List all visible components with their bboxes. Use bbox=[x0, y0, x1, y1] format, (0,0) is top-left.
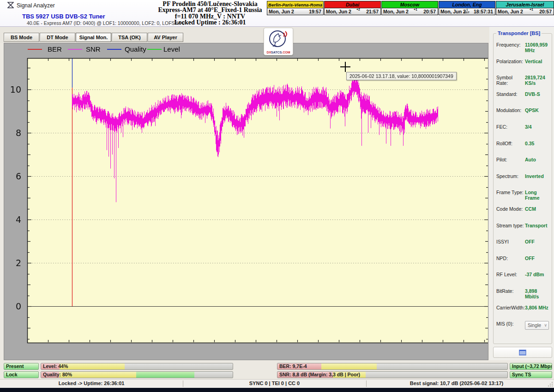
chevron-down-icon: ∨ bbox=[544, 321, 547, 329]
tp-value: Long Frame bbox=[525, 190, 549, 201]
tp-label: Stream type: bbox=[496, 223, 525, 228]
clock-time: 21:57 bbox=[366, 9, 379, 14]
clock-city-label: London, Eng bbox=[439, 1, 495, 8]
bar-segment-green bbox=[136, 372, 194, 378]
tp-value: 2819,724 KS/s bbox=[525, 75, 549, 86]
clock-date: Mon, Jun 2 bbox=[269, 9, 294, 14]
quality-line-swatch bbox=[107, 49, 121, 50]
tp-value: DVB-S bbox=[525, 91, 540, 97]
transponder-row: RF Level:-37 dBm bbox=[494, 272, 552, 288]
tab-bs-mode[interactable]: BS Mode bbox=[4, 33, 39, 42]
tp-value: QPSK bbox=[525, 107, 539, 113]
status-uptime: Locked -> Uptime: 26:36:01 bbox=[0, 380, 183, 386]
transponder-row: Symbol Rate:2819,724 KS/s bbox=[494, 75, 552, 91]
tp-label: Pilot: bbox=[496, 157, 525, 162]
tp-value: 3/4 bbox=[525, 124, 532, 130]
bottom-window-edge bbox=[0, 388, 554, 392]
transponder-row: Polarization:Vertical bbox=[494, 59, 552, 75]
transponder-row-mis: MIS (0):Single∨ bbox=[494, 321, 552, 338]
mis-dropdown[interactable]: Single∨ bbox=[525, 321, 549, 330]
app-icon bbox=[7, 2, 14, 8]
snr-progressbar: SNR: 8,8 dB (Margin: 3,3 dB | Poor) bbox=[277, 371, 508, 378]
chart-tooltip: 2025-06-02 13.17.18, value: 10,800000190… bbox=[346, 72, 457, 80]
tp-label: RollOff: bbox=[496, 141, 525, 146]
legend-snr-label: SNR bbox=[86, 45, 101, 53]
legend-level-label: Level bbox=[163, 45, 180, 53]
tp-label: FEC: bbox=[496, 124, 525, 130]
tp-value: OFF bbox=[525, 239, 535, 244]
snr-history-chart[interactable] bbox=[4, 43, 488, 360]
station-header: PF Prodelin 450/Lučenec-Slovakia Express… bbox=[143, 1, 277, 26]
transponder-row: Modulation:QPSK bbox=[494, 107, 552, 124]
clock-date: Mon, Jun 2 bbox=[498, 9, 523, 14]
tp-value: Auto bbox=[525, 157, 536, 162]
transponder-row: Spectrum:Inverted bbox=[494, 173, 552, 190]
level-line-swatch bbox=[147, 49, 162, 50]
bar-segment-yellow bbox=[60, 363, 125, 369]
tp-value: OFF bbox=[525, 255, 535, 261]
transponder-row: Frame Type:Long Frame bbox=[494, 190, 552, 206]
tp-label: Polarization: bbox=[496, 59, 525, 64]
tp-label: Frame Type: bbox=[496, 190, 525, 195]
transponder-groupbox: Transponder [BS] Frequency:11069,959 MHz… bbox=[493, 33, 552, 344]
ts-list-icon bbox=[519, 350, 526, 356]
clock-berlin: Berlin-Paris-Vienna-Roma Mon, Jun 2 19:5… bbox=[267, 1, 324, 15]
lock-indicator: Lock bbox=[4, 371, 39, 378]
clock-date: Mon, Jun 2 bbox=[440, 9, 466, 14]
level-progressbar: Level: 44% bbox=[41, 363, 233, 370]
tab-signal-mon[interactable]: Signal Mon. bbox=[76, 33, 111, 42]
tp-label: RF Level: bbox=[496, 272, 525, 277]
transponder-row: Code Mode:CCM bbox=[494, 206, 552, 223]
station-line-2: Express-AM7 at 40°E_Fixed-1 Russia bbox=[143, 7, 277, 13]
legend-ber-label: BER bbox=[48, 45, 62, 53]
clock-time: 18:57:31 bbox=[474, 9, 493, 14]
tp-label: MIS (0): bbox=[496, 321, 525, 327]
clock-city-label: Dubai bbox=[324, 1, 381, 8]
bar-segment-yellow bbox=[321, 363, 377, 369]
tp-value: 11069,959 MHz bbox=[525, 42, 549, 53]
tp-label: Frequency: bbox=[496, 42, 525, 48]
resize-grip[interactable] bbox=[548, 381, 553, 387]
transponder-row: CarrierWidth:3,806 MHz bbox=[494, 305, 552, 321]
tp-value: CCM bbox=[525, 206, 536, 212]
tp-value: 3,898 Mbit/s bbox=[525, 288, 549, 299]
tab-tsa[interactable]: TSA (OK) bbox=[112, 33, 147, 42]
tp-label: ISSYI bbox=[496, 239, 525, 244]
clock-city-label: Jerusalem-Israel bbox=[496, 1, 554, 8]
transponder-row: NPD:OFF bbox=[494, 255, 552, 272]
clock-utc-offset: +2 bbox=[356, 8, 360, 11]
tp-label: Standard: bbox=[496, 91, 525, 97]
clock-dubai: Dubai Mon, Jun 2 +2 21:57 bbox=[324, 1, 381, 15]
ts-list-button[interactable] bbox=[493, 347, 552, 358]
clock-moscow: Moscow Mon, Jun 2 +1 20:57 bbox=[381, 1, 438, 15]
tp-label: Spectrum: bbox=[496, 173, 525, 179]
clock-city-label: Moscow bbox=[381, 1, 438, 8]
clock-time: 19:57 bbox=[309, 9, 321, 14]
transponder-row: Standard:DVB-S bbox=[494, 91, 552, 108]
sync-ts-indicator: Sync TS bbox=[510, 371, 552, 378]
tp-label: Symbol Rate: bbox=[496, 75, 525, 86]
right-panel: Transponder [BS] Frequency:11069,959 MHz… bbox=[489, 27, 554, 360]
clock-utc-offset: +1 bbox=[414, 8, 417, 11]
present-indicator: Present bbox=[4, 363, 39, 370]
clock-time: 20:57 bbox=[539, 9, 552, 14]
transponder-row: FEC:3/4 bbox=[494, 124, 552, 141]
status-bar: Locked -> Uptime: 26:36:01 SYNC 0 | TEI … bbox=[0, 379, 554, 388]
tab-av-player[interactable]: AV Player bbox=[148, 33, 183, 42]
tab-dt-mode[interactable]: DT Mode bbox=[40, 33, 75, 42]
tp-label: BitRate: bbox=[496, 288, 525, 294]
tp-label: Code Mode: bbox=[496, 206, 525, 212]
tp-value: Transport bbox=[525, 223, 547, 228]
quality-progressbar: Quality: 80% bbox=[41, 371, 233, 378]
clock-jerusalem: Jerusalem-Israel Mon, Jun 2 +1 20:57 bbox=[496, 1, 554, 15]
transponder-row: BitRate:3,898 Mbit/s bbox=[494, 288, 552, 305]
transponder-row: Frequency:11069,959 MHz bbox=[494, 42, 552, 59]
clock-city-label: Berlin-Paris-Vienna-Roma bbox=[267, 1, 324, 8]
input-rate-indicator: Input (~3,72 Mbps) bbox=[510, 363, 552, 370]
station-line-4: Locked Uptime : 26:36:01 bbox=[143, 19, 277, 25]
clock-date: Mon, Jun 2 bbox=[383, 9, 409, 14]
tp-label: CarrierWidth: bbox=[496, 305, 525, 310]
clock-utc-offset: +1 bbox=[530, 8, 533, 11]
transponder-row: RollOff:0.35 bbox=[494, 141, 552, 157]
tp-value: -37 dBm bbox=[525, 272, 544, 277]
